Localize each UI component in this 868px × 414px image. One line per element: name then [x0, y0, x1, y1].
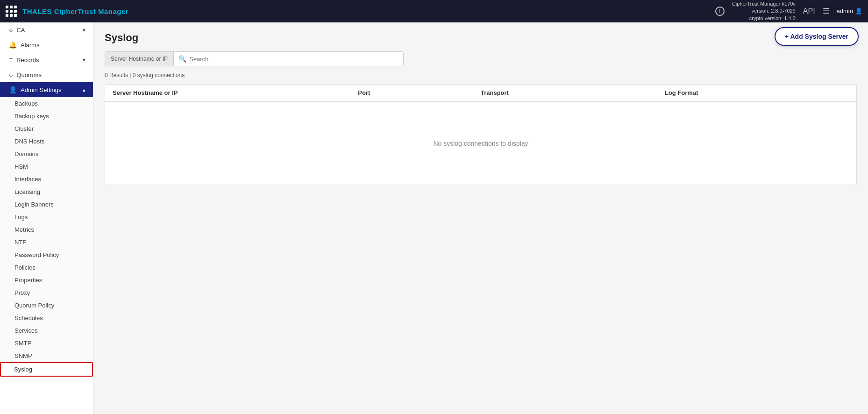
api-link[interactable]: API [803, 7, 815, 15]
main-layout: ○ CA ▾ 🔔 Alarms ≡ Records ▾ ○ Quorums 👤 … [0, 22, 868, 414]
sidebar-subitem-snmp[interactable]: SNMP [0, 350, 93, 362]
add-button-label: + Add Syslog Server [785, 33, 848, 40]
ca-icon: ○ [9, 26, 13, 34]
sidebar-label-ca: CA [16, 27, 25, 34]
admin-menu[interactable]: admin 👤 [837, 7, 862, 14]
col-server: Server Hostname or IP [113, 89, 358, 96]
sidebar-item-alarms[interactable]: 🔔 Alarms [0, 37, 93, 52]
admin-settings-submenu: Backups Backup keys Cluster DNS Hosts Do… [0, 97, 93, 377]
sidebar-subitem-metrics[interactable]: Metrics [0, 223, 93, 236]
sidebar-label-quorums: Quorums [16, 71, 41, 79]
sidebar-subitem-domains[interactable]: Domains [0, 148, 93, 160]
main-content: Syslog Server Hostname or IP 🔍 0 Results… [93, 22, 868, 414]
sidebar-subitem-login-banners[interactable]: Login Banners [0, 198, 93, 211]
grid-menu-icon[interactable] [6, 6, 17, 17]
sidebar-subitem-dns-hosts[interactable]: DNS Hosts [0, 135, 93, 148]
col-port: Port [358, 89, 481, 96]
search-input[interactable] [189, 56, 398, 63]
sidebar-item-ca[interactable]: ○ CA ▾ [0, 22, 93, 37]
sidebar-subitem-licensing[interactable]: Licensing [0, 186, 93, 198]
filter-bar: Server Hostname or IP 🔍 [105, 51, 404, 66]
sidebar-subitem-backups[interactable]: Backups [0, 97, 93, 110]
admin-settings-icon: 👤 [9, 86, 17, 93]
sidebar-label-admin-settings: Admin Settings [21, 86, 61, 93]
version-line3: crypto version: 1.4.0 [732, 15, 796, 22]
sidebar-subitem-properties[interactable]: Properties [0, 274, 93, 286]
add-button-container: + Add Syslog Server [775, 27, 859, 46]
version-line2: version: 2.8.0-7029 [732, 7, 796, 14]
sidebar-item-records[interactable]: ≡ Records ▾ [0, 52, 93, 67]
sidebar-subitem-cluster[interactable]: Cluster [0, 122, 93, 135]
sidebar-subitem-services[interactable]: Services [0, 324, 93, 337]
topnav-right: i CipherTrust Manager k170v version: 2.8… [715, 0, 862, 22]
filter-search: 🔍 [174, 55, 403, 63]
add-syslog-server-button[interactable]: + Add Syslog Server [775, 27, 859, 46]
sidebar-subitem-schedules[interactable]: Schedules [0, 312, 93, 324]
sidebar-subitem-backup-keys[interactable]: Backup keys [0, 110, 93, 122]
chevron-down-icon: ▾ [83, 27, 85, 33]
admin-label: admin [837, 7, 853, 14]
sidebar-subitem-smtp[interactable]: SMTP [0, 337, 93, 350]
document-icon[interactable]: ☰ [823, 7, 829, 15]
info-icon[interactable]: i [715, 7, 725, 16]
syslog-table: Server Hostname or IP Port Transport Log… [105, 84, 857, 185]
top-nav: THALES CipherTrust Manager i CipherTrust… [0, 0, 868, 22]
table-header: Server Hostname or IP Port Transport Log… [105, 85, 856, 102]
brand-name: THALES CipherTrust Manager [22, 7, 128, 15]
records-icon: ≡ [9, 56, 13, 64]
sidebar-item-admin-settings[interactable]: 👤 Admin Settings ▴ [0, 82, 93, 97]
quorums-icon: ○ [9, 71, 13, 79]
brand-logo: THALES CipherTrust Manager [22, 7, 128, 15]
version-line1: CipherTrust Manager k170v [732, 0, 796, 7]
sidebar-subitem-proxy[interactable]: Proxy [0, 286, 93, 299]
chevron-down-icon-records: ▾ [83, 57, 85, 63]
col-log-format: Log Format [665, 89, 849, 96]
sidebar-subitem-logs[interactable]: Logs [0, 211, 93, 223]
sidebar-item-quorums[interactable]: ○ Quorums [0, 67, 93, 82]
chevron-up-icon: ▴ [83, 87, 85, 93]
topnav-left: THALES CipherTrust Manager [6, 6, 128, 17]
search-icon: 🔍 [178, 55, 186, 63]
sidebar-subitem-policies[interactable]: Policies [0, 261, 93, 274]
sidebar-label-records: Records [16, 57, 39, 64]
sidebar-subitem-password-policy[interactable]: Password Policy [0, 249, 93, 261]
alarms-icon: 🔔 [9, 41, 17, 49]
sidebar-subitem-syslog[interactable]: Syslog [0, 362, 93, 377]
version-info: CipherTrust Manager k170v version: 2.8.0… [732, 0, 796, 22]
sidebar: ○ CA ▾ 🔔 Alarms ≡ Records ▾ ○ Quorums 👤 … [0, 22, 93, 414]
results-info: 0 Results | 0 syslog connections [105, 72, 857, 79]
table-empty-message: No syslog connections to display [105, 102, 856, 185]
sidebar-subitem-hsm[interactable]: HSM [0, 160, 93, 173]
filter-label: Server Hostname or IP [105, 52, 174, 66]
sidebar-subitem-quorum-policy[interactable]: Quorum Policy [0, 299, 93, 312]
sidebar-subitem-ntp[interactable]: NTP [0, 236, 93, 249]
user-icon: 👤 [855, 7, 862, 14]
col-transport: Transport [481, 89, 665, 96]
page-title: Syslog [105, 32, 857, 44]
sidebar-subitem-interfaces[interactable]: Interfaces [0, 173, 93, 186]
sidebar-label-alarms: Alarms [21, 42, 39, 49]
